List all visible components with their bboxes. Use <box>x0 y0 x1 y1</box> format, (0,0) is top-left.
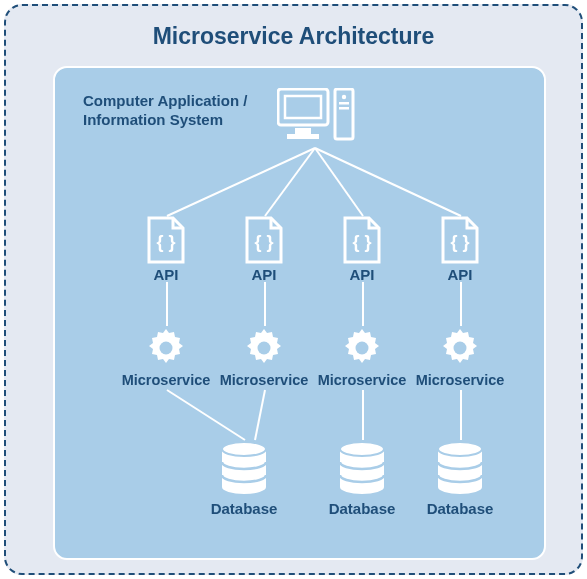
svg-text:{ }: { } <box>352 232 371 252</box>
microservice-node-4: Microservice <box>411 326 509 388</box>
svg-line-17 <box>255 390 265 440</box>
gear-icon <box>144 326 188 370</box>
microservice-label: Microservice <box>215 372 313 388</box>
microservice-label: Microservice <box>313 372 411 388</box>
microservice-node-2: Microservice <box>215 326 313 388</box>
svg-point-26 <box>356 342 369 355</box>
svg-line-9 <box>265 148 315 216</box>
api-file-icon: { } <box>341 216 383 264</box>
database-label: Database <box>411 500 509 517</box>
api-file-icon: { } <box>145 216 187 264</box>
gear-icon <box>242 326 286 370</box>
api-node-3: { } API <box>313 216 411 283</box>
api-label: API <box>411 266 509 283</box>
database-node-1: Database <box>195 440 293 517</box>
microservice-label: Microservice <box>411 372 509 388</box>
api-label: API <box>215 266 313 283</box>
gear-icon <box>340 326 384 370</box>
svg-text:{ }: { } <box>254 232 273 252</box>
api-label: API <box>313 266 411 283</box>
database-node-2: Database <box>313 440 411 517</box>
svg-point-25 <box>258 342 271 355</box>
gear-icon <box>438 326 482 370</box>
api-node-2: { } API <box>215 216 313 283</box>
svg-text:{ }: { } <box>156 232 175 252</box>
database-icon <box>434 440 486 498</box>
diagram-title: Microservice Architecture <box>6 6 581 50</box>
microservice-node-3: Microservice <box>313 326 411 388</box>
svg-line-16 <box>167 390 245 440</box>
api-label: API <box>117 266 215 283</box>
api-file-icon: { } <box>243 216 285 264</box>
database-label: Database <box>195 500 293 517</box>
api-node-1: { } API <box>117 216 215 283</box>
svg-point-27 <box>454 342 467 355</box>
svg-text:{ }: { } <box>450 232 469 252</box>
diagram-inner-box: Computer Application / Information Syste… <box>53 66 546 560</box>
microservice-node-1: Microservice <box>117 326 215 388</box>
database-node-3: Database <box>411 440 509 517</box>
svg-point-24 <box>160 342 173 355</box>
diagram-outer-box: Microservice Architecture Computer Appli… <box>4 4 583 575</box>
database-icon <box>336 440 388 498</box>
microservice-label: Microservice <box>117 372 215 388</box>
api-file-icon: { } <box>439 216 481 264</box>
api-node-4: { } API <box>411 216 509 283</box>
svg-line-11 <box>315 148 461 216</box>
svg-line-8 <box>167 148 315 216</box>
database-label: Database <box>313 500 411 517</box>
database-icon <box>218 440 270 498</box>
